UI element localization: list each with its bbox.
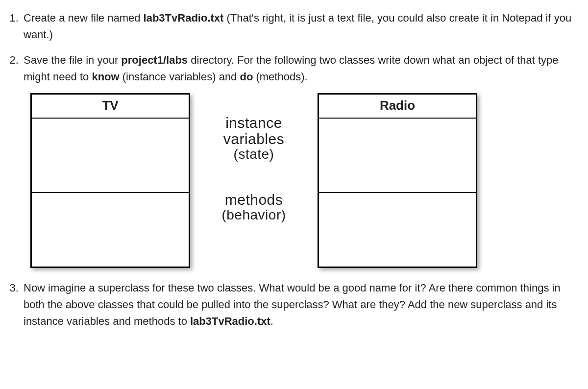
instruction-item-3: Now imagine a superclass for these two c… — [22, 280, 583, 330]
tv-instance-vars-area — [32, 119, 189, 193]
text: instance — [223, 115, 285, 131]
emph-know: know — [92, 71, 119, 83]
filename: lab3TvRadio.txt — [190, 315, 270, 327]
text: Now imagine a superclass for these two c… — [24, 282, 561, 327]
text: Save the file in your — [24, 54, 121, 66]
class-title-tv: TV — [32, 95, 189, 118]
class-diagram: TV instance variables (state) methods (b… — [30, 93, 583, 267]
text: variables — [223, 131, 285, 147]
text: Create a new file named — [24, 12, 144, 24]
text: (methods). — [253, 71, 307, 83]
instruction-item-1: Create a new file named lab3TvRadio.txt … — [22, 10, 583, 43]
text: methods — [221, 192, 286, 208]
radio-methods-area — [319, 193, 476, 267]
instruction-list: Create a new file named lab3TvRadio.txt … — [5, 10, 583, 330]
label-methods: methods (behavior) — [221, 192, 286, 223]
path: project1/labs — [121, 54, 188, 66]
emph-do: do — [240, 71, 253, 83]
radio-instance-vars-area — [319, 119, 476, 193]
text: (state) — [223, 147, 285, 162]
text: (behavior) — [221, 208, 286, 223]
tv-methods-area — [32, 193, 189, 267]
instruction-item-2: Save the file in your project1/labs dire… — [22, 52, 583, 267]
middle-labels: instance variables (state) methods (beha… — [190, 93, 318, 223]
filename: lab3TvRadio.txt — [144, 12, 224, 24]
label-instance-variables: instance variables (state) — [223, 115, 285, 162]
class-title-radio: Radio — [319, 95, 476, 118]
class-box-tv: TV — [30, 93, 190, 267]
text: (instance variables) and — [120, 71, 240, 83]
class-box-radio: Radio — [318, 93, 477, 267]
text: . — [270, 315, 273, 327]
